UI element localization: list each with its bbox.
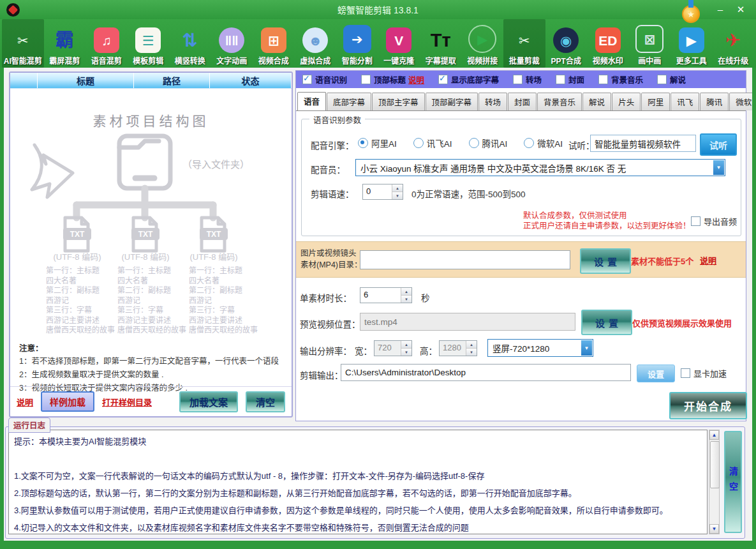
checkbox-icon[interactable]	[302, 75, 312, 84]
start-compose-button[interactable]: 开始合成	[669, 392, 747, 419]
material-dir-section: 图片或视频镜头 素材(MP4)目录： 设置 素材不能低于5个 说明	[296, 241, 746, 278]
scroll-up-icon[interactable]: ▲	[709, 430, 719, 440]
checkbox-icon[interactable]	[513, 75, 523, 84]
toolbar-item-video-compose[interactable]: ⊞视频合成	[253, 19, 295, 68]
toolbar-item-one-key-clone[interactable]: V一键克隆	[378, 19, 420, 68]
material-dir-input[interactable]	[360, 250, 570, 269]
spin-up-icon[interactable]: ▲	[466, 341, 477, 349]
radio-icon[interactable]	[524, 138, 534, 148]
scrollbar-thumb[interactable]	[710, 441, 720, 488]
radio-icon[interactable]	[413, 138, 424, 148]
toolbar-item-more-tools[interactable]: ▶更多工具	[671, 19, 713, 68]
tab-bgm[interactable]: 背景音乐	[537, 93, 582, 110]
output-set-button[interactable]: 设置	[637, 365, 675, 382]
vip-medal-icon[interactable]: ★	[682, 5, 700, 23]
checkbox-icon[interactable]	[361, 75, 371, 84]
tab-top-main-subtitle[interactable]: 顶部主字幕	[372, 93, 425, 110]
open-sample-dir-link[interactable]: 打开样例目录	[102, 396, 152, 408]
toolbar-item-ba-screen-mix[interactable]: 霸霸屏混剪	[44, 19, 86, 68]
scroll-down-icon[interactable]: ▼	[709, 524, 719, 534]
toolbar-item-ai-smart-mix[interactable]: ✂AI智能混剪	[2, 19, 44, 68]
toolbar-item-picture-in-picture[interactable]: ⊠画中画	[629, 19, 671, 68]
spin-down-icon[interactable]: ▼	[401, 296, 411, 303]
clear-list-button[interactable]: 清空	[246, 391, 285, 412]
preview-video-set-button[interactable]: 设置	[581, 310, 632, 335]
checkbox-icon[interactable]	[438, 75, 448, 84]
tab-xunfei[interactable]: 讯飞	[671, 93, 699, 110]
spin-down-icon[interactable]: ▼	[401, 349, 411, 356]
toolbar-item-batch-crop[interactable]: ✂批量剪裁	[503, 19, 545, 68]
option-speech-recognition[interactable]: 语音识别	[302, 73, 347, 86]
toolbar-item-subtitle-extract[interactable]: Tт字幕提取	[420, 19, 462, 68]
toolbar-item-video-watermark[interactable]: ED视频水印	[587, 19, 629, 68]
help-link[interactable]: 说明	[17, 396, 33, 408]
log-clear-button[interactable]: 清空	[724, 431, 742, 533]
toolbar-item-text-animation[interactable]: ‖‖文字动画	[211, 19, 253, 68]
toolbar-item-template-edit[interactable]: ☰模板剪辑	[128, 19, 170, 68]
checkbox-icon[interactable]	[598, 75, 608, 84]
spin-up-icon[interactable]: ▲	[392, 184, 403, 192]
radio-icon[interactable]	[358, 138, 368, 148]
tab-cover[interactable]: 封面	[508, 93, 537, 110]
tab-tencent[interactable]: 腾讯	[700, 93, 729, 110]
material-set-button[interactable]: 设置	[580, 248, 631, 274]
spin-up-icon[interactable]: ▲	[401, 288, 411, 296]
tab-ali[interactable]: 阿里	[641, 93, 670, 110]
engine-radio-xunfei-ai[interactable]: 讯飞AI	[413, 137, 452, 149]
log-line: 2.顶部标题勾选的话，默认第一行，第二行的文案分别为主标题和副标题，从第三行开始…	[14, 485, 702, 502]
log-scrollbar[interactable]: ▲ ▼	[709, 430, 720, 534]
engine-radio-ali-ai[interactable]: 阿里AI	[358, 137, 397, 149]
tab-transition[interactable]: 转场	[478, 93, 507, 110]
speaker-select[interactable]: 小云 Xiaoyun 标准女声 通用场景 中文及中英文混合场景 8K/16K 否…	[355, 159, 725, 176]
option-cover[interactable]: 封面	[556, 73, 584, 86]
tab-top-sub-subtitle[interactable]: 顶部副字幕	[426, 93, 478, 110]
width-spinner[interactable]: 720 ▲▼	[374, 340, 412, 356]
toolbar-item-video-splice[interactable]: ▶视频拼接	[462, 19, 504, 68]
toolbar-item-virtual-compose[interactable]: ☻虚拟合成	[295, 19, 337, 68]
option-narration[interactable]: 解说	[657, 73, 686, 86]
spin-up-icon[interactable]: ▲	[401, 341, 411, 349]
minimize-button[interactable]: –	[711, 3, 729, 17]
checkbox-icon[interactable]	[556, 75, 565, 84]
duration-spinner[interactable]: 6 ▲▼	[360, 287, 412, 303]
tab-intro[interactable]: 片头	[612, 93, 641, 110]
gpu-accel-checkbox[interactable]: 显卡加速	[681, 367, 727, 379]
checkbox-icon[interactable]	[657, 75, 667, 84]
engine-radio-tencent-ai[interactable]: 腾讯AI	[469, 137, 508, 149]
export-audio-checkbox[interactable]: 导出音频	[691, 215, 737, 227]
close-button[interactable]: ✕	[732, 3, 750, 17]
engine-radio-microsoft-ai[interactable]: 微软AI	[524, 137, 563, 149]
height-spinner[interactable]: 1280 ▲▼	[439, 340, 477, 356]
run-log-textarea[interactable]: 提示：本模块主要为AI智能混剪模块 1.文案不可为空，文案一行代表解说的一句话文…	[8, 430, 708, 534]
option-show-bottom-subtitle[interactable]: 显示底部字幕	[438, 73, 499, 86]
toolbar-item-voice-mix[interactable]: ♫语音混剪	[85, 19, 128, 68]
toolbar-item-smart-split[interactable]: ➔智能分割	[336, 19, 378, 68]
option-bgm[interactable]: 背景音乐	[598, 73, 643, 86]
resolution-preset-select[interactable]: 竖屏-720*1280 ▼	[487, 339, 593, 357]
toolbar-item-online-upgrade[interactable]: ✈在线升级	[713, 19, 755, 68]
engine-label: 讯飞AI	[427, 137, 452, 149]
chevron-down-icon[interactable]: ▼	[581, 340, 592, 356]
toolbar-item-ppt-compose[interactable]: ◉PPT合成	[545, 19, 588, 68]
option-help-link[interactable]: 说明	[408, 73, 424, 86]
preview-play-button[interactable]: 试听	[700, 133, 737, 156]
preview-video-input[interactable]: test.mp4	[360, 313, 575, 331]
material-help-link[interactable]: 说明	[700, 254, 716, 266]
spin-down-icon[interactable]: ▼	[392, 192, 403, 199]
chevron-down-icon[interactable]: ▼	[713, 160, 724, 175]
preview-text-input[interactable]: 智能批量剪辑视频软件	[590, 135, 696, 152]
speed-spinner[interactable]: 0 ▲▼	[362, 184, 403, 200]
checkbox-icon[interactable]	[681, 368, 690, 378]
load-text-button[interactable]: 加载文案	[179, 391, 238, 412]
tab-voice[interactable]: 语音	[297, 92, 326, 111]
toolbar-item-orientation-convert[interactable]: ⇅横竖转换	[169, 19, 211, 68]
load-sample-button[interactable]: 样例加载	[41, 391, 94, 412]
tab-narration[interactable]: 解说	[582, 93, 611, 110]
radio-icon[interactable]	[469, 138, 479, 148]
option-transition[interactable]: 转场	[513, 73, 542, 86]
checkbox-icon[interactable]	[691, 216, 700, 226]
option-top-title[interactable]: 顶部标题说明	[361, 73, 424, 86]
tab-bottom-subtitle[interactable]: 底部字幕	[327, 93, 371, 110]
output-path-input[interactable]: C:\Users\Administrator\Desktop	[341, 364, 631, 381]
spin-down-icon[interactable]: ▼	[466, 349, 477, 356]
